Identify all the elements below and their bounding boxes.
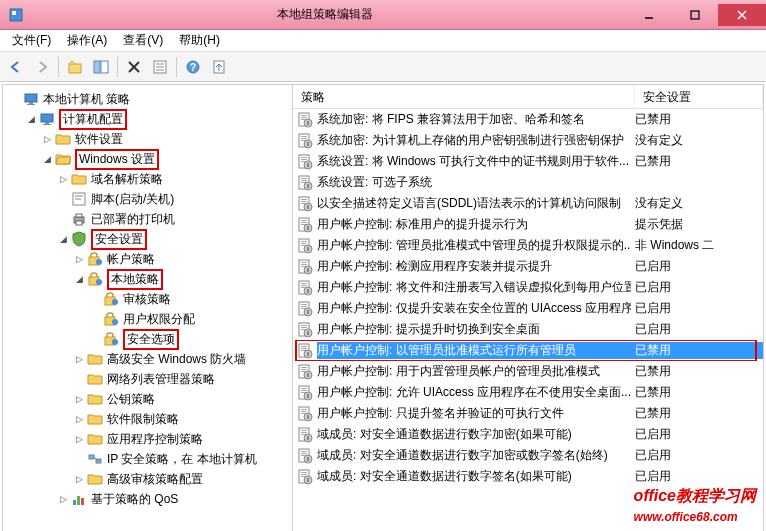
export-button[interactable] — [207, 55, 231, 79]
policy-row[interactable]: 用户帐户控制: 以管理员批准模式运行所有管理员已禁用 — [293, 340, 763, 361]
minimize-button[interactable] — [626, 4, 672, 26]
policy-row[interactable]: 域成员: 对安全通道数据进行数字签名(如果可能)已启用 — [293, 466, 763, 487]
tree-item-windows_settings[interactable]: ◢Windows 设置 — [5, 149, 290, 169]
collapse-icon[interactable]: ◢ — [73, 273, 85, 285]
policy-row[interactable]: 用户帐户控制: 允许 UIAccess 应用程序在不使用安全桌面...已禁用 — [293, 382, 763, 403]
policy-name: 系统设置: 可选子系统 — [317, 174, 631, 191]
menu-action[interactable]: 操作(A) — [59, 30, 115, 51]
menu-file[interactable]: 文件(F) — [4, 30, 59, 51]
policy-icon — [297, 343, 313, 359]
tree-item-software_restriction[interactable]: ▷软件限制策略 — [5, 409, 290, 429]
tree-item-ip_security[interactable]: IP 安全策略，在 本地计算机 — [5, 449, 290, 469]
collapse-icon[interactable]: ◢ — [41, 153, 53, 165]
window-title: 本地组策略编辑器 — [24, 6, 626, 23]
tree-item-security_settings[interactable]: ◢安全设置 — [5, 229, 290, 249]
svg-rect-108 — [301, 327, 307, 328]
policy-row[interactable]: 用户帐户控制: 管理员批准模式中管理员的提升权限提示的...非 Windows … — [293, 235, 763, 256]
tree-item-dns_policy[interactable]: ▷域名解析策略 — [5, 169, 290, 189]
svg-rect-102 — [301, 306, 307, 307]
forward-button[interactable] — [30, 55, 54, 79]
tree-item-deployed_printers[interactable]: 已部署的打印机 — [5, 209, 290, 229]
expand-icon[interactable]: ▷ — [73, 473, 85, 485]
expand-icon[interactable]: ▷ — [41, 133, 53, 145]
show-hide-tree-button[interactable] — [89, 55, 113, 79]
tree-node-icon — [55, 151, 71, 167]
column-header-policy[interactable]: 策略 — [293, 85, 635, 108]
tree-item-account_policies[interactable]: ▷帐户策略 — [5, 249, 290, 269]
policy-row[interactable]: 用户帐户控制: 标准用户的提升提示行为提示凭据 — [293, 214, 763, 235]
expand-icon[interactable]: ▷ — [73, 253, 85, 265]
tree-item-user_rights[interactable]: 用户权限分配 — [5, 309, 290, 329]
policy-row[interactable]: 用户帐户控制: 检测应用程序安装并提示提升已启用 — [293, 256, 763, 277]
tree-node-icon — [87, 251, 103, 267]
expand-icon[interactable]: ▷ — [57, 493, 69, 505]
delete-button[interactable] — [122, 55, 146, 79]
svg-rect-44 — [77, 496, 80, 505]
expand-icon[interactable]: ▷ — [73, 393, 85, 405]
policy-icon — [297, 385, 313, 401]
menu-view[interactable]: 查看(V) — [115, 30, 171, 51]
help-button[interactable]: ? — [181, 55, 205, 79]
policy-row[interactable]: 系统加密: 为计算机上存储的用户密钥强制进行强密钥保护没有定义 — [293, 130, 763, 151]
svg-rect-78 — [301, 222, 307, 223]
tree-item-public_key[interactable]: ▷公钥策略 — [5, 389, 290, 409]
collapse-icon[interactable]: ◢ — [57, 233, 69, 245]
list-panel: 策略 安全设置 系统加密: 将 FIPS 兼容算法用于加密、哈希和签名已禁用系统… — [293, 85, 763, 531]
policy-row[interactable]: 用户帐户控制: 只提升签名并验证的可执行文件已禁用 — [293, 403, 763, 424]
svg-rect-89 — [301, 262, 307, 263]
policy-row[interactable]: 用户帐户控制: 将文件和注册表写入错误虚拟化到每用户位置已启用 — [293, 277, 763, 298]
policy-name: 以安全描述符定义语言(SDDL)语法表示的计算机访问限制 — [317, 195, 631, 212]
tree-item-scripts[interactable]: 脚本(启动/关机) — [5, 189, 290, 209]
maximize-button[interactable] — [672, 4, 718, 26]
tree-panel[interactable]: 本地计算机 策略◢计算机配置▷软件设置◢Windows 设置▷域名解析策略脚本(… — [3, 85, 293, 531]
policy-row[interactable]: 以安全描述符定义语言(SDDL)语法表示的计算机访问限制没有定义 — [293, 193, 763, 214]
svg-rect-23 — [43, 124, 51, 125]
expand-icon[interactable]: ▷ — [73, 353, 85, 365]
svg-rect-120 — [301, 369, 307, 370]
expand-icon[interactable]: ▷ — [73, 433, 85, 445]
expand-icon[interactable]: ▷ — [57, 173, 69, 185]
up-button[interactable] — [63, 55, 87, 79]
tree-item-security_options[interactable]: 安全选项 — [5, 329, 290, 349]
properties-button[interactable] — [148, 55, 172, 79]
expand-icon[interactable]: ▷ — [73, 413, 85, 425]
policy-icon — [297, 427, 313, 443]
policy-row[interactable]: 域成员: 对安全通道数据进行数字加密(如果可能)已启用 — [293, 424, 763, 445]
tree-node-icon — [87, 451, 103, 467]
policy-name: 用户帐户控制: 用于内置管理员帐户的管理员批准模式 — [317, 363, 631, 380]
policy-row[interactable]: 系统加密: 将 FIPS 兼容算法用于加密、哈希和签名已禁用 — [293, 109, 763, 130]
tree-item-computer_config[interactable]: ◢计算机配置 — [5, 109, 290, 129]
window-controls — [626, 4, 766, 26]
content-area: 本地计算机 策略◢计算机配置▷软件设置◢Windows 设置▷域名解析策略脚本(… — [2, 84, 764, 531]
list-body[interactable]: 系统加密: 将 FIPS 兼容算法用于加密、哈希和签名已禁用系统加密: 为计算机… — [293, 109, 763, 531]
policy-row[interactable]: 系统设置: 将 Windows 可执行文件中的证书规则用于软件...已禁用 — [293, 151, 763, 172]
policy-row[interactable]: 域成员: 对安全通道数据进行数字加密或数字签名(始终)已启用 — [293, 445, 763, 466]
policy-row[interactable]: 系统设置: 可选子系统 — [293, 172, 763, 193]
tree-item-local_policies[interactable]: ◢本地策略 — [5, 269, 290, 289]
svg-rect-63 — [307, 163, 309, 167]
svg-rect-81 — [307, 226, 309, 230]
menu-help[interactable]: 帮助(H) — [171, 30, 228, 51]
tree-item-audit_policy[interactable]: 审核策略 — [5, 289, 290, 309]
tree-node-icon — [71, 491, 87, 507]
policy-setting: 已禁用 — [631, 342, 763, 359]
tree-item-app_control[interactable]: ▷应用程序控制策略 — [5, 429, 290, 449]
close-button[interactable] — [718, 4, 766, 26]
policy-row[interactable]: 用户帐户控制: 仅提升安装在安全位置的 UIAccess 应用程序已启用 — [293, 298, 763, 319]
policy-row[interactable]: 用户帐户控制: 用于内置管理员帐户的管理员批准模式已禁用 — [293, 361, 763, 382]
tree-item-policy_qos[interactable]: ▷基于策略的 QoS — [5, 489, 290, 509]
back-button[interactable] — [4, 55, 28, 79]
collapse-icon[interactable]: ◢ — [25, 113, 37, 125]
policy-row[interactable]: 用户帐户控制: 提示提升时切换到安全桌面已启用 — [293, 319, 763, 340]
tree-item-advanced_firewall[interactable]: ▷高级安全 Windows 防火墙 — [5, 349, 290, 369]
policy-icon — [297, 322, 313, 338]
policy-name: 用户帐户控制: 只提升签名并验证的可执行文件 — [317, 405, 631, 422]
tree-item-root[interactable]: 本地计算机 策略 — [5, 89, 290, 109]
tree-item-software_settings[interactable]: ▷软件设置 — [5, 129, 290, 149]
tree-item-advanced_audit[interactable]: ▷高级审核策略配置 — [5, 469, 290, 489]
tree-node-icon — [23, 91, 39, 107]
policy-name: 域成员: 对安全通道数据进行数字签名(如果可能) — [317, 468, 631, 485]
list-header: 策略 安全设置 — [293, 85, 763, 109]
tree-item-network_list[interactable]: 网络列表管理器策略 — [5, 369, 290, 389]
column-header-setting[interactable]: 安全设置 — [635, 85, 763, 108]
